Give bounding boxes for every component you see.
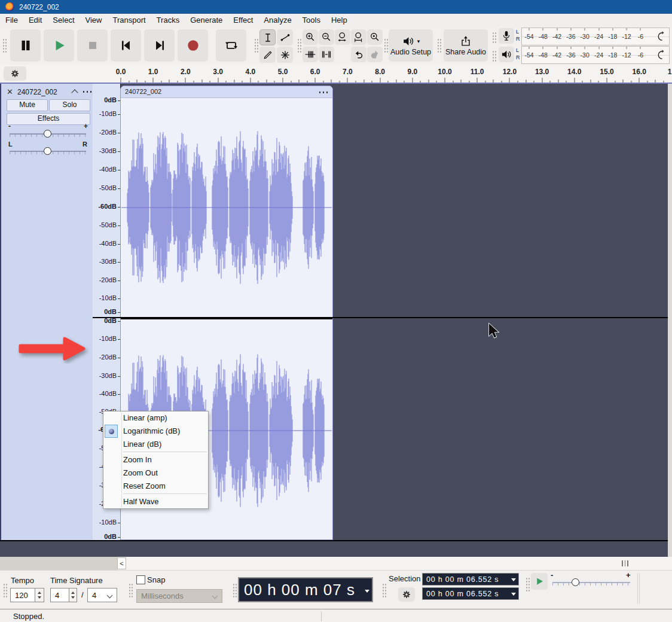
transport-toolbar-grip[interactable]: [2, 38, 7, 53]
play-at-speed-button[interactable]: [531, 573, 548, 590]
menu-analyze[interactable]: Analyze: [258, 14, 297, 26]
context-item-reset-zoom[interactable]: Reset Zoom: [103, 480, 208, 493]
mute-button[interactable]: Mute: [7, 99, 48, 111]
tempo-spinner[interactable]: [35, 588, 44, 602]
recording-meter[interactable]: -54-48-42-36-30-24-18-12-6: [521, 28, 670, 45]
time-signature-spinner[interactable]: [69, 588, 77, 602]
selection-start-field[interactable]: 00 h 00 m 06.552 s: [422, 573, 519, 586]
clip-header[interactable]: 240722_002: [121, 86, 332, 98]
playback-meter-speaker-button[interactable]: [499, 47, 514, 62]
audio-setup-button[interactable]: ▾ Audio Setup: [389, 29, 433, 62]
menu-tools[interactable]: Tools: [297, 14, 326, 26]
selection-end-field[interactable]: 00 h 00 m 06.552 s: [422, 587, 519, 600]
redo-button[interactable]: [367, 47, 383, 62]
share-audio-button[interactable]: Share Audio: [444, 29, 488, 62]
timeline-label: 7.0: [343, 68, 353, 76]
silence-audio-button[interactable]: [319, 47, 334, 62]
context-item-logarithmic-db[interactable]: Logarithmic (dB): [103, 425, 208, 438]
track-menu-icon[interactable]: [82, 91, 91, 93]
context-item-zoom-out[interactable]: Zoom Out: [103, 466, 208, 480]
selection-options-button[interactable]: [398, 587, 415, 602]
time-signature-lower-select[interactable]: 4: [87, 588, 117, 602]
scrollbar-thumb-grip-icon[interactable]: [622, 560, 629, 566]
pan-slider-thumb[interactable]: [44, 147, 51, 155]
audio-setup-toolbar-grip[interactable]: [383, 38, 388, 53]
selection-toolbar-grip[interactable]: [381, 583, 386, 598]
zoom-out-button[interactable]: [319, 29, 334, 45]
track-area[interactable]: ✕ 240722_002 Mute Solo Effects - + L R 0…: [0, 84, 672, 557]
share-toolbar-grip[interactable]: [436, 38, 441, 53]
clip-menu-icon[interactable]: [318, 92, 328, 93]
context-item-zoom-in[interactable]: Zoom In: [103, 453, 208, 466]
multi-tool-icon: [280, 50, 291, 60]
skip-to-end-button[interactable]: [144, 29, 175, 62]
menu-file[interactable]: File: [0, 14, 23, 26]
snap-mode-select[interactable]: Milliseconds: [136, 589, 222, 603]
channel-separator[interactable]: [121, 318, 332, 319]
track-close-icon[interactable]: ✕: [7, 87, 13, 96]
tools-toolbar-grip[interactable]: [253, 38, 258, 53]
menu-transport[interactable]: Transport: [107, 14, 151, 26]
menubar: FileEditSelectViewTransportTracksGenerat…: [0, 14, 672, 27]
play-button[interactable]: [44, 29, 74, 62]
vertical-scrollbar[interactable]: [668, 84, 672, 557]
track-collapse-icon[interactable]: [71, 89, 78, 96]
menu-view[interactable]: View: [80, 14, 108, 26]
timeline-tick: [323, 81, 323, 83]
timeline-ruler[interactable]: 0.01.02.03.04.05.06.07.08.09.010.011.012…: [0, 65, 672, 84]
recording-meter-grip[interactable]: [491, 31, 496, 44]
timeline-tick: [655, 80, 656, 83]
timeline-tick: [372, 81, 372, 83]
recording-meter-mic-button[interactable]: [499, 28, 514, 44]
snapping-toolbar-grip[interactable]: [128, 583, 133, 598]
menu-edit[interactable]: Edit: [23, 14, 47, 26]
menu-effect[interactable]: Effect: [228, 14, 258, 26]
gain-slider-thumb[interactable]: [44, 130, 51, 138]
timeline-tick: [542, 78, 542, 83]
timeline-options-button[interactable]: [4, 66, 26, 81]
menu-help[interactable]: Help: [326, 14, 353, 26]
fit-selection-button[interactable]: [335, 29, 350, 45]
play-at-speed-toolbar-grip[interactable]: [525, 577, 530, 592]
horizontal-scrollbar-track[interactable]: [126, 557, 672, 570]
timeline-label: 12.0: [503, 68, 517, 76]
record-button[interactable]: [178, 29, 208, 62]
context-item-linear-amp[interactable]: Linear (amp): [103, 411, 208, 425]
zoom-toggle-button[interactable]: [367, 29, 383, 45]
tempo-input[interactable]: 120: [10, 588, 35, 602]
context-item-linear-db[interactable]: Linear (dB): [103, 438, 208, 451]
time-signature-toolbar-grip[interactable]: [2, 583, 7, 598]
menu-select[interactable]: Select: [47, 14, 80, 26]
loop-button[interactable]: [216, 29, 246, 62]
time-signature-upper-input[interactable]: 4: [50, 588, 69, 602]
context-item-half-wave[interactable]: Half Wave: [103, 495, 208, 508]
zoom-in-button[interactable]: [303, 29, 318, 45]
audio-position-display[interactable]: 00 h 00 m 07 s: [238, 577, 373, 602]
playback-meter-grip[interactable]: [491, 50, 496, 63]
multi-tool-button[interactable]: [277, 47, 293, 63]
skip-to-start-button[interactable]: [111, 29, 141, 62]
track-name[interactable]: 240722_002: [17, 88, 57, 96]
time-toolbar-grip[interactable]: [232, 583, 237, 598]
silence-audio-icon: [320, 48, 332, 60]
fit-project-button[interactable]: [351, 29, 366, 45]
playback-meter[interactable]: -54-48-42-36-30-24-18-12-6: [521, 46, 670, 64]
timeline-tick: [177, 81, 178, 83]
menu-generate[interactable]: Generate: [185, 14, 228, 26]
effects-button[interactable]: Effects: [7, 113, 90, 125]
selection-tool-button[interactable]: [259, 29, 276, 45]
scrollbar-left-arrow-button[interactable]: <: [117, 557, 126, 569]
undo-button[interactable]: [351, 47, 366, 62]
draw-tool-button[interactable]: [259, 47, 276, 63]
fit-project-icon: [353, 31, 365, 43]
audio-position-value: 00 h 00 m 07 s: [239, 581, 355, 599]
trim-audio-button[interactable]: [303, 47, 318, 62]
menu-tracks[interactable]: Tracks: [151, 14, 185, 26]
snap-checkbox[interactable]: [136, 575, 145, 584]
envelope-tool-button[interactable]: [277, 29, 293, 45]
edit-toolbar-grip[interactable]: [297, 38, 301, 53]
speed-slider-thumb[interactable]: [572, 578, 579, 586]
solo-button[interactable]: Solo: [49, 99, 90, 111]
pause-button[interactable]: [10, 29, 41, 62]
stop-button[interactable]: [77, 29, 108, 62]
